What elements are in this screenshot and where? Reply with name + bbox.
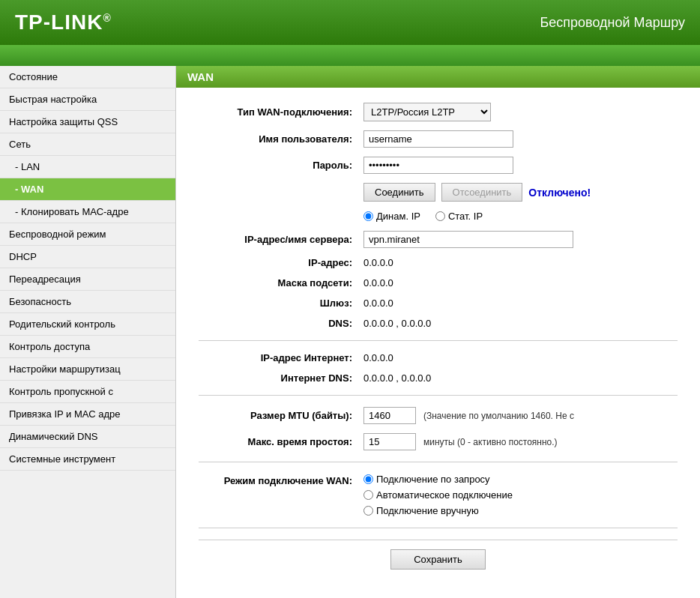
sidebar-item-ip-mac[interactable]: Привязка IP и МАС адре — [0, 403, 175, 426]
ip-value: 0.0.0.0 — [363, 257, 678, 268]
radio-dynamic[interactable] — [363, 211, 373, 221]
gateway-value: 0.0.0.0 — [363, 298, 678, 309]
mode-on-demand-label[interactable]: Подключение по запросу — [363, 474, 678, 485]
radio-static-label[interactable]: Стат. IP — [435, 211, 483, 222]
mode-auto-radio[interactable] — [363, 490, 373, 500]
sidebar-item-dhcp[interactable]: DHCP — [0, 246, 175, 268]
logo: TP-LINK® — [15, 10, 112, 34]
sidebar-item-net[interactable]: Сеть — [0, 133, 175, 156]
dns-value: 0.0.0.0 , 0.0.0.0 — [363, 318, 678, 329]
server-value — [363, 231, 678, 248]
sidebar-item-ddns[interactable]: Динамический DNS — [0, 426, 175, 448]
header: TP-LINK® Беспроводной Маршру — [0, 0, 700, 45]
radio-dynamic-text: Динам. IP — [376, 211, 420, 222]
wan-type-select[interactable]: L2TP/Россия L2TP PPPoE Динамический IP С… — [363, 103, 491, 121]
page-header: WAN — [176, 66, 700, 88]
radio-dynamic-label[interactable]: Динам. IP — [363, 211, 420, 222]
wan-type-row: Тип WAN-подключения: L2TP/Россия L2TP PP… — [199, 103, 678, 121]
sidebar-item-lan[interactable]: - LAN — [0, 156, 175, 178]
save-button[interactable]: Сохранить — [390, 549, 486, 570]
internet-ip-label: IP-адрес Интернет: — [199, 352, 363, 363]
password-value — [363, 157, 678, 174]
mtu-hint: (Значение по умолчанию 1460. Не с — [423, 411, 574, 421]
mtu-input[interactable] — [363, 407, 416, 424]
divider-2 — [199, 395, 678, 396]
dns-row: DNS: 0.0.0.0 , 0.0.0.0 — [199, 318, 678, 329]
layout: Состояние Быстрая настройка Настройка за… — [0, 66, 700, 598]
radio-static[interactable] — [435, 211, 445, 221]
connect-buttons: Соединить Отсоединить Отключено! — [363, 183, 678, 202]
server-row: IP-адрес/имя сервера: — [199, 231, 678, 248]
internet-dns-label: Интернет DNS: — [199, 372, 363, 384]
ip-mode-radios: Динам. IP Стат. IP — [363, 211, 678, 222]
internet-ip-value: 0.0.0.0 — [363, 352, 678, 363]
mode-manual-radio[interactable] — [363, 506, 373, 516]
mask-row: Маска подсети: 0.0.0.0 — [199, 277, 678, 289]
ip-row: IP-адрес: 0.0.0.0 — [199, 257, 678, 268]
header-title: Беспроводной Маршру — [540, 15, 685, 31]
mode-row: Режим подключение WAN: Подключение по за… — [199, 474, 678, 516]
divider-4 — [199, 528, 678, 528]
mode-auto-text: Автоматическое подключение — [376, 489, 513, 501]
mode-manual-label[interactable]: Подключение вручную — [363, 505, 678, 516]
sidebar-item-access[interactable]: Контроль доступа — [0, 336, 175, 358]
sidebar-item-bandwidth[interactable]: Контроль пропускной с — [0, 381, 175, 403]
mtu-value: (Значение по умолчанию 1460. Не с — [363, 407, 678, 424]
sidebar-item-tools[interactable]: Системные инструмент — [0, 448, 175, 471]
password-input[interactable] — [363, 157, 513, 174]
nav-strip — [0, 45, 700, 66]
gateway-row: Шлюз: 0.0.0.0 — [199, 298, 678, 309]
username-input[interactable] — [363, 130, 513, 148]
username-row: Имя пользователя: — [199, 130, 678, 148]
mask-value: 0.0.0.0 — [363, 277, 678, 289]
disconnect-button[interactable]: Отсоединить — [441, 183, 523, 202]
idle-input[interactable] — [363, 433, 416, 450]
sidebar-item-qss[interactable]: Настройка защиты QSS — [0, 111, 175, 133]
username-label: Имя пользователя: — [199, 133, 363, 145]
wan-type-value: L2TP/Россия L2TP PPPoE Динамический IP С… — [363, 103, 678, 121]
connect-row: Соединить Отсоединить Отключено! — [199, 183, 678, 202]
mask-label: Маска подсети: — [199, 277, 363, 289]
gateway-label: Шлюз: — [199, 298, 363, 309]
sidebar-item-routing[interactable]: Настройки маршрутизац — [0, 358, 175, 381]
mode-on-demand-radio[interactable] — [363, 474, 373, 484]
password-label: Пароль: — [199, 160, 363, 171]
divider-1 — [199, 340, 678, 341]
sidebar: Состояние Быстрая настройка Настройка за… — [0, 66, 176, 598]
mtu-label: Размер MTU (байты): — [199, 410, 363, 421]
connect-button[interactable]: Соединить — [363, 183, 435, 202]
content-area: Тип WAN-подключения: L2TP/Россия L2TP PP… — [176, 88, 700, 594]
sidebar-item-parental[interactable]: Родительский контроль — [0, 313, 175, 336]
radio-static-text: Стат. IP — [448, 211, 483, 222]
idle-hint: минуты (0 - активно постоянно.) — [423, 437, 558, 447]
internet-ip-row: IP-адрес Интернет: 0.0.0.0 — [199, 352, 678, 363]
sidebar-item-wireless[interactable]: Беспроводной режим — [0, 223, 175, 246]
server-label: IP-адрес/имя сервера: — [199, 234, 363, 245]
save-area: Сохранить — [199, 540, 678, 579]
idle-label: Макс. время простоя: — [199, 436, 363, 447]
sidebar-item-forwarding[interactable]: Переадресация — [0, 268, 175, 291]
idle-row: Макс. время простоя: минуты (0 - активно… — [199, 433, 678, 450]
password-row: Пароль: — [199, 157, 678, 174]
ip-mode-row: Динам. IP Стат. IP — [199, 211, 678, 222]
sidebar-item-mac-clone[interactable]: - Клонировать МАС-адре — [0, 201, 175, 223]
sidebar-item-wan[interactable]: - WAN — [0, 178, 175, 201]
username-value — [363, 130, 678, 148]
internet-dns-value: 0.0.0.0 , 0.0.0.0 — [363, 372, 678, 384]
mtu-row: Размер MTU (байты): (Значение по умолчан… — [199, 407, 678, 424]
mode-radios: Подключение по запросу Автоматическое по… — [363, 474, 678, 516]
sidebar-item-quick-setup[interactable]: Быстрая настройка — [0, 88, 175, 111]
server-input[interactable] — [363, 231, 573, 248]
dns-label: DNS: — [199, 318, 363, 329]
mode-auto-label[interactable]: Автоматическое подключение — [363, 489, 678, 501]
internet-dns-row: Интернет DNS: 0.0.0.0 , 0.0.0.0 — [199, 372, 678, 384]
ip-label: IP-адрес: — [199, 257, 363, 268]
mode-manual-text: Подключение вручную — [376, 505, 479, 516]
mode-on-demand-text: Подключение по запросу — [376, 474, 490, 485]
main-content: WAN Тип WAN-подключения: L2TP/Россия L2T… — [176, 66, 700, 598]
sidebar-item-security[interactable]: Безопасность — [0, 291, 175, 313]
sidebar-item-status[interactable]: Состояние — [0, 66, 175, 88]
idle-value: минуты (0 - активно постоянно.) — [363, 433, 678, 450]
mode-label: Режим подключение WAN: — [199, 474, 363, 486]
logo-reg: ® — [103, 12, 111, 24]
